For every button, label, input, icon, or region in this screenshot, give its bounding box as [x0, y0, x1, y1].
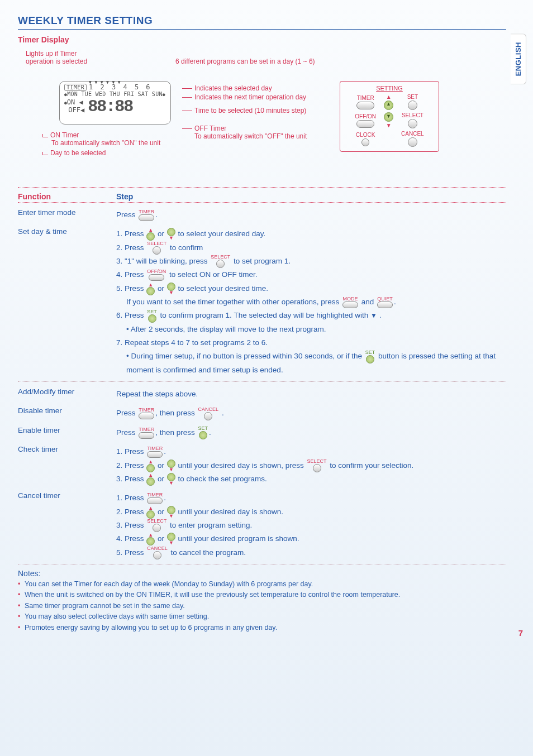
- remote-label-select: SELECT: [402, 112, 423, 118]
- section-subheading: Timer Display: [18, 35, 506, 44]
- text: .: [379, 311, 382, 319]
- annotation-next-day: Indicates the next timer operation day: [182, 93, 306, 101]
- down-arrow-icon: [167, 506, 175, 514]
- set-button-icon: [148, 314, 156, 323]
- down-arrow-icon: [167, 533, 175, 541]
- icon-label-quiet: QUIET: [377, 296, 393, 302]
- lcd-days-row: ●MON TUE WED THU FRI SAT SUN●: [64, 91, 166, 97]
- icon-label-set: SET: [147, 309, 157, 314]
- annotation-selected-day: Indicates the selected day: [182, 84, 272, 92]
- icon-label-timer: TIMER: [139, 209, 154, 214]
- text: or: [158, 461, 164, 470]
- text: .: [155, 210, 158, 219]
- text: until your desired day is shown, press: [178, 461, 304, 470]
- annotation-on-timer-desc: To automatically switch "ON" the unit: [51, 139, 160, 147]
- step-add-modify: Repeat the steps above.: [116, 387, 506, 401]
- select-button-icon: [153, 246, 161, 255]
- cancel-button-icon: [153, 551, 161, 559]
- lcd-time-digits: 88:88: [88, 97, 132, 116]
- remote-title: SETTING: [346, 85, 433, 92]
- icon-label-select: SELECT: [147, 241, 166, 246]
- text: 7. Repeat steps 4 to 7 to set programs 2…: [116, 336, 506, 350]
- down-arrow-icon: [167, 283, 175, 291]
- icon-label-set: SET: [365, 350, 375, 355]
- lcd-timer-label: TIMER: [64, 84, 87, 91]
- timer-button-icon: [139, 413, 154, 419]
- set-button-icon: [366, 355, 374, 363]
- remote-clock-button[interactable]: [361, 138, 369, 146]
- annotation-time-step: Time to be selected (10 minutes step): [182, 107, 306, 114]
- icon-label-select: SELECT: [211, 255, 230, 260]
- icon-label-mode: MODE: [342, 296, 358, 302]
- up-arrow-icon: [146, 477, 155, 486]
- text: or: [158, 508, 164, 516]
- text: 6. Press: [116, 311, 144, 319]
- icon-label-offon: OFF/ON: [147, 269, 166, 274]
- text: 2. Press: [116, 508, 144, 516]
- text: until your desired day is shown.: [178, 508, 283, 516]
- remote-set-button[interactable]: [408, 101, 417, 110]
- text: to cancel the program.: [171, 548, 246, 557]
- label-disable: Disable timer: [18, 406, 116, 420]
- up-arrow-icon: [146, 464, 155, 472]
- text: 2. Press: [116, 461, 144, 470]
- text: 3. "1" will be blinking, press: [116, 257, 207, 265]
- icon-label-timer: TIMER: [147, 492, 163, 497]
- lcd-program-arrows: ▼▼▼▼▼▼: [89, 80, 123, 85]
- remote-timer-button[interactable]: [356, 102, 374, 109]
- divider: [18, 564, 506, 564]
- remote-offon-button[interactable]: [356, 120, 374, 128]
- row-enter-timer: Enter timer mode Press TIMER.: [18, 208, 506, 222]
- row-add-modify: Add/Modify timer Repeat the steps above.: [18, 387, 506, 401]
- divider: [18, 381, 506, 382]
- remote-down-button[interactable]: [384, 112, 393, 122]
- text: .: [209, 428, 211, 437]
- text: , then press: [155, 409, 195, 417]
- text: .: [164, 447, 166, 456]
- label-enable: Enable timer: [18, 426, 116, 439]
- timer-button-icon: [147, 451, 163, 458]
- text: to enter program setting.: [170, 521, 252, 529]
- text: Press: [116, 409, 136, 417]
- label-enter-timer: Enter timer mode: [18, 208, 116, 222]
- remote-up-button[interactable]: [384, 101, 393, 110]
- icon-label-select: SELECT: [147, 519, 166, 524]
- text: 1. Press: [116, 447, 144, 456]
- up-arrow-icon: [146, 287, 155, 295]
- text: , then press: [155, 428, 195, 437]
- text: to check the set programs.: [178, 475, 267, 483]
- down-triangle-icon: ▼: [370, 312, 377, 319]
- note-item: You can set the Timer for each day of th…: [18, 579, 506, 590]
- manual-page: ENGLISH 7 WEEKLY TIMER SETTING Timer Dis…: [0, 0, 533, 644]
- select-button-icon: [153, 524, 161, 532]
- icon-label-timer: TIMER: [139, 408, 154, 413]
- notes-list: You can set the Timer for each day of th…: [18, 579, 506, 633]
- annotation-on-timer: ON Timer: [42, 131, 79, 139]
- timer-button-icon: [139, 432, 154, 439]
- lcd-programs: ▼▼▼▼▼▼ 1 2 3 4 5 6: [89, 83, 151, 91]
- page-number: 7: [518, 628, 523, 638]
- header-function: Function: [18, 192, 116, 201]
- text: to select your desired time.: [178, 284, 268, 293]
- label-cancel: Cancel timer: [18, 491, 116, 559]
- row-enable: Enable timer Press TIMER, then press SET…: [18, 426, 506, 439]
- down-arrow-icon: [167, 473, 175, 481]
- remote-select-button[interactable]: [408, 119, 417, 128]
- row-disable: Disable timer Press TIMER, then press CA…: [18, 406, 506, 420]
- remote-label-set: SET: [407, 94, 418, 100]
- up-arrow-icon: [146, 510, 155, 519]
- annotation-day-select: Day to be selected: [42, 149, 106, 157]
- text: until your desired program is shown.: [178, 534, 299, 543]
- remote-setting-panel: SETTING TIMER ▲ SET OFF/ON ▼ SELECT CLOC…: [340, 81, 439, 152]
- text: 1. Press: [116, 494, 144, 502]
- remote-label-clock: CLOCK: [356, 132, 375, 138]
- text: to confirm your selection.: [330, 461, 413, 470]
- divider: [18, 202, 506, 203]
- text: Press: [116, 428, 136, 437]
- text: .: [164, 494, 166, 502]
- remote-label-offon: OFF/ON: [355, 113, 376, 119]
- language-tab: ENGLISH: [511, 34, 526, 84]
- notes-heading: Notes:: [18, 569, 506, 578]
- text: to select ON or OFF timer.: [169, 270, 258, 279]
- remote-cancel-button[interactable]: [408, 137, 417, 147]
